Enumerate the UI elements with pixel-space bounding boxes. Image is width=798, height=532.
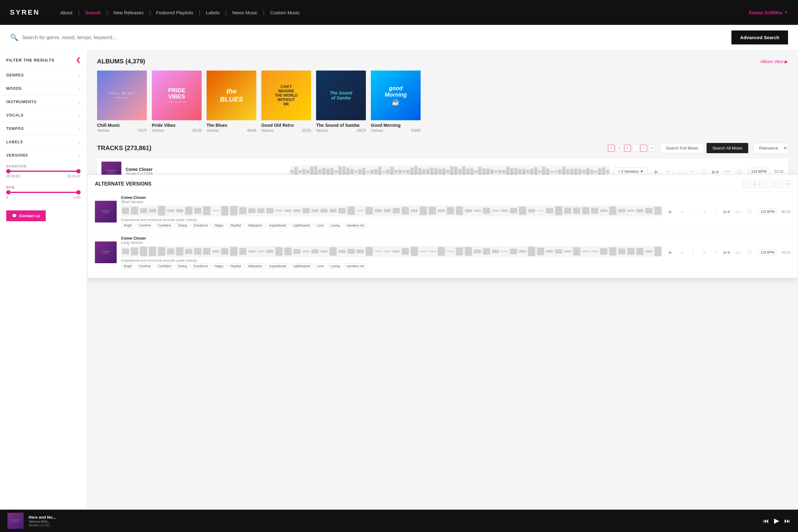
alt-view-tag[interactable]: 🏷 [783,180,790,187]
bpm-thumb-max[interactable] [76,190,80,194]
alt-tag-infatuation-1[interactable]: Infatuation [245,223,266,228]
alt-tag-bright-2[interactable]: Bright [121,264,135,269]
duration-thumb-min[interactable] [6,169,11,173]
alt-tag-happy-1[interactable]: Happy [212,223,226,228]
alt-tag-love-2[interactable]: Love [314,264,327,269]
alt-add-button-long[interactable]: + [678,248,686,256]
album-view-link[interactable]: Album View ▶ [760,59,788,64]
sidebar-collapse-button[interactable]: ❮ [76,57,80,63]
nav-search[interactable]: Search [80,10,106,15]
alt-view-check[interactable]: ✓ [743,180,750,187]
alt-view-check3[interactable]: ✓ [775,180,782,187]
bpm-thumb-min[interactable] [6,190,11,194]
svg-rect-128 [555,206,562,215]
alt-download-button-long[interactable]: ↓ [689,248,697,256]
alt-tag-carefree-2[interactable]: Carefree [136,264,154,269]
alt-play-button-long[interactable]: ▶ [667,248,675,256]
advanced-search-button[interactable]: Advanced Search [731,31,788,44]
contact-button[interactable]: 💬 Contact us [6,210,46,221]
alt-add-button-short[interactable]: + [678,208,686,216]
alt-tag-narrative-1[interactable]: narrative mix [344,223,367,228]
alt-view-list[interactable]: ☰ [751,180,758,187]
alt-similar-button-short[interactable]: ≈ [700,208,708,216]
tracks-view-tag[interactable]: 🏷 [648,145,655,152]
alt-playlist-button-short[interactable]: ▶■ [723,208,731,216]
alt-tag-inspirational-2[interactable]: Inspirational [266,264,289,269]
sort-select[interactable]: Relevance [753,142,788,153]
player-prev-button[interactable]: ⏮ [763,517,769,525]
alt-tag-confident-1[interactable]: Confident [155,223,174,228]
alt-play-button-short[interactable]: ▶ [667,208,675,216]
alt-similar-button-long[interactable]: ≈ [700,248,708,256]
alt-tag-loving-1[interactable]: Loving [328,223,343,228]
nav-custom-music[interactable]: Custom Music [265,10,305,15]
alt-tag-hopeful-2[interactable]: Hopeful [228,264,243,269]
album-card-good-morning[interactable]: goodMorning ☕ Good Morning Various 83/83 [371,71,421,133]
nav-about[interactable]: About [55,10,78,15]
alt-share-button-short[interactable]: <> [734,208,742,216]
album-card-pride-vibes[interactable]: PRIDEVIBES LGBTQ LOVE Pride Vibes Variou… [152,71,202,133]
svg-rect-120 [483,208,490,213]
player-play-button[interactable]: ▶ [774,517,779,525]
alt-tag-loving-2[interactable]: Loving [328,264,343,269]
nav-featured-playlists[interactable]: Featured Playlists [150,10,199,15]
tracks-view-check3[interactable]: ✓ [640,145,647,152]
alt-actions-short: ▶ + ↓ ≈ ♡ ▶■ <> ⓘ [667,208,753,216]
tracks-view-check[interactable]: ✓ [608,145,615,152]
album-card-good-old-retro[interactable]: CAN'TIMAGINETHE WORLDWITHOUTME Good Old … [261,71,311,133]
filter-moods-header[interactable]: MOODS ⌄ [0,82,87,95]
alt-track-row-short[interactable]: SUMMERVIBES Come Closer Short Version [87,191,798,232]
filter-instruments-header[interactable]: INSTRUMENTS ⌄ [0,95,87,109]
alt-tag-bright-1[interactable]: Bright [121,223,135,228]
album-card-the-blues[interactable]: theBLUES The Blues Various 48/48 [206,71,256,133]
search-all-mixes-button[interactable]: Search All Mixes [707,143,748,153]
tracks-view-bars[interactable]: ⋮ [632,145,639,152]
search-full-mixes-button[interactable]: Search Full Mixes [660,143,704,153]
alt-view-check2[interactable]: ✓ [759,180,766,187]
alt-tag-happy-2[interactable]: Happy [212,264,226,269]
alt-tag-emotional-1[interactable]: Emotional [191,223,210,228]
alt-favorite-button-short[interactable]: ♡ [711,208,720,216]
alt-actions-long: ▶ + ↓ ≈ ♡ ▶■ <> ⓘ [667,248,753,256]
nav-labels[interactable]: Labels [200,10,225,15]
nav-news-music[interactable]: News Music [227,10,263,15]
filter-tempos-header[interactable]: TEMPOS ⌄ [0,122,87,135]
user-menu[interactable]: Emma Griffiths ▼ [749,10,788,15]
filter-vocals-header[interactable]: VOCALS ⌄ [0,109,87,122]
alt-download-button-short[interactable]: ↓ [689,208,697,216]
alt-tag-lighthearted-1[interactable]: Lighthearted [290,223,313,228]
filter-labels-header[interactable]: LABELS ⌄ [0,135,87,149]
album-card-chill-music[interactable]: CHILL MUSIC PRESENTS Chill Music Various… [97,71,147,133]
track-name: Come Closer [126,167,286,172]
album-card-sound-of-samba[interactable]: The Soundof Samba The Sound of Samba Var… [316,71,366,133]
alt-share-button-long[interactable]: <> [734,248,742,256]
tracks-view-check2[interactable]: ✓ [624,145,631,152]
alt-tag-carefree-1[interactable]: Carefree [136,223,154,228]
alt-info-button-short[interactable]: ⓘ [745,208,753,216]
alt-tag-dating-1[interactable]: Dating [175,223,190,228]
alt-playlist-button-long[interactable]: ▶■ [723,248,731,256]
alt-tag-infatuation-2[interactable]: Infatuation [245,264,266,269]
svg-rect-141 [131,247,138,255]
alt-tag-emotional-2[interactable]: Emotional [191,264,210,269]
duration-thumb-max[interactable] [76,169,80,173]
nav-new-releases[interactable]: New Releases [108,10,149,15]
svg-rect-198 [645,250,652,253]
alt-tag-confident-2[interactable]: Confident [155,264,174,269]
tracks-view-list[interactable]: ☰ [616,145,623,152]
alt-tag-hopeful-1[interactable]: Hopeful [228,223,243,228]
alt-track-row-long[interactable]: SUMMERVIBES Come Closer Long Version [87,232,798,273]
alt-view-bars[interactable]: ⋮ [767,180,774,187]
alt-tag-dating-2[interactable]: Dating [175,264,190,269]
alt-tag-love-1[interactable]: Love [314,223,327,228]
alt-tag-inspirational-1[interactable]: Inspirational [266,223,289,228]
player-next-button[interactable]: ⏭ [784,517,791,525]
alt-tag-narrative-2[interactable]: narrative mix [344,264,367,269]
alt-info-button-long[interactable]: ⓘ [745,248,753,256]
alt-favorite-button-long[interactable]: ♡ [711,248,720,256]
filter-versions-header[interactable]: VERSIONS ⌄ [0,149,87,162]
svg-rect-194 [609,247,616,255]
alt-tag-lighthearted-2[interactable]: Lighthearted [290,264,313,269]
filter-genres-header[interactable]: GENRES ⌄ [0,69,87,82]
search-input[interactable] [22,35,728,40]
